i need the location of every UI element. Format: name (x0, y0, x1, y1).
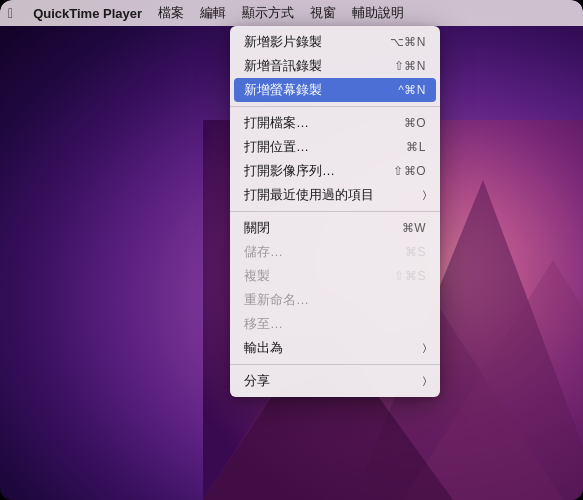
menubar-item-window[interactable]: 視窗 (302, 2, 344, 24)
menu-item-move-label: 移至… (244, 315, 426, 333)
apple-menu-icon[interactable]:  (8, 5, 13, 21)
menu-item-open-location[interactable]: 打開位置… ⌘L (230, 135, 440, 159)
menu-item-rename-label: 重新命名… (244, 291, 426, 309)
menu-item-export-label: 輸出為 (244, 339, 415, 357)
export-arrow-icon: 〉 (423, 342, 426, 354)
menu-item-new-movie-shortcut: ⌥⌘N (390, 35, 426, 49)
menubar:  QuickTime Player 檔案 編輯 顯示方式 視窗 輔助說明 (0, 0, 583, 26)
menu-item-close[interactable]: 關閉 ⌘W (230, 216, 440, 240)
menu-item-save-label: 儲存… (244, 243, 393, 261)
separator-1 (230, 106, 440, 107)
menu-item-open-image-seq[interactable]: 打開影像序列… ⇧⌘O (230, 159, 440, 183)
menu-item-open-file-label: 打開檔案… (244, 114, 392, 132)
open-recent-arrow-icon: 〉 (423, 189, 426, 201)
menu-item-duplicate-shortcut: ⇧⌘S (394, 269, 426, 283)
menu-item-close-label: 關閉 (244, 219, 390, 237)
menu-item-new-screen-label: 新增螢幕錄製 (244, 81, 386, 99)
menubar-item-edit[interactable]: 編輯 (192, 2, 234, 24)
share-arrow-icon: 〉 (423, 375, 426, 387)
menu-item-export[interactable]: 輸出為 〉 (230, 336, 440, 360)
separator-2 (230, 211, 440, 212)
menu-item-move: 移至… (230, 312, 440, 336)
menu-item-new-audio-shortcut: ⇧⌘N (394, 59, 426, 73)
desktop:  QuickTime Player 檔案 編輯 顯示方式 視窗 輔助說明 新增… (0, 0, 583, 500)
menu-item-open-recent-label: 打開最近使用過的項目 (244, 186, 415, 204)
menu-item-close-shortcut: ⌘W (402, 221, 426, 235)
menu-item-new-movie[interactable]: 新增影片錄製 ⌥⌘N (230, 30, 440, 54)
menu-item-open-recent[interactable]: 打開最近使用過的項目 〉 (230, 183, 440, 207)
menu-item-share[interactable]: 分享 〉 (230, 369, 440, 393)
menubar-item-display[interactable]: 顯示方式 (234, 2, 302, 24)
file-dropdown-menu: 新增影片錄製 ⌥⌘N 新增音訊錄製 ⇧⌘N 新增螢幕錄製 ^⌘N 打開檔案… ⌘… (230, 26, 440, 397)
menu-item-save: 儲存… ⌘S (230, 240, 440, 264)
menu-item-save-shortcut: ⌘S (405, 245, 426, 259)
menu-item-duplicate: 複製 ⇧⌘S (230, 264, 440, 288)
menu-item-new-screen-shortcut: ^⌘N (398, 83, 426, 97)
menu-item-open-image-seq-label: 打開影像序列… (244, 162, 381, 180)
menu-item-new-audio-label: 新增音訊錄製 (244, 57, 382, 75)
menu-item-rename: 重新命名… (230, 288, 440, 312)
menu-item-share-label: 分享 (244, 372, 415, 390)
menubar-items: QuickTime Player 檔案 編輯 顯示方式 視窗 輔助說明 (25, 2, 412, 24)
menu-item-duplicate-label: 複製 (244, 267, 382, 285)
menu-item-new-screen[interactable]: 新增螢幕錄製 ^⌘N (234, 78, 436, 102)
menu-item-open-file-shortcut: ⌘O (404, 116, 426, 130)
menubar-item-help[interactable]: 輔助說明 (344, 2, 412, 24)
menu-item-new-audio[interactable]: 新增音訊錄製 ⇧⌘N (230, 54, 440, 78)
separator-3 (230, 364, 440, 365)
menu-item-new-movie-label: 新增影片錄製 (244, 33, 378, 51)
menubar-item-file[interactable]: 檔案 (150, 2, 192, 24)
menubar-app-name[interactable]: QuickTime Player (25, 4, 150, 23)
menu-item-open-image-seq-shortcut: ⇧⌘O (393, 164, 426, 178)
menu-item-open-location-label: 打開位置… (244, 138, 394, 156)
menu-item-open-location-shortcut: ⌘L (406, 140, 426, 154)
menu-item-open-file[interactable]: 打開檔案… ⌘O (230, 111, 440, 135)
